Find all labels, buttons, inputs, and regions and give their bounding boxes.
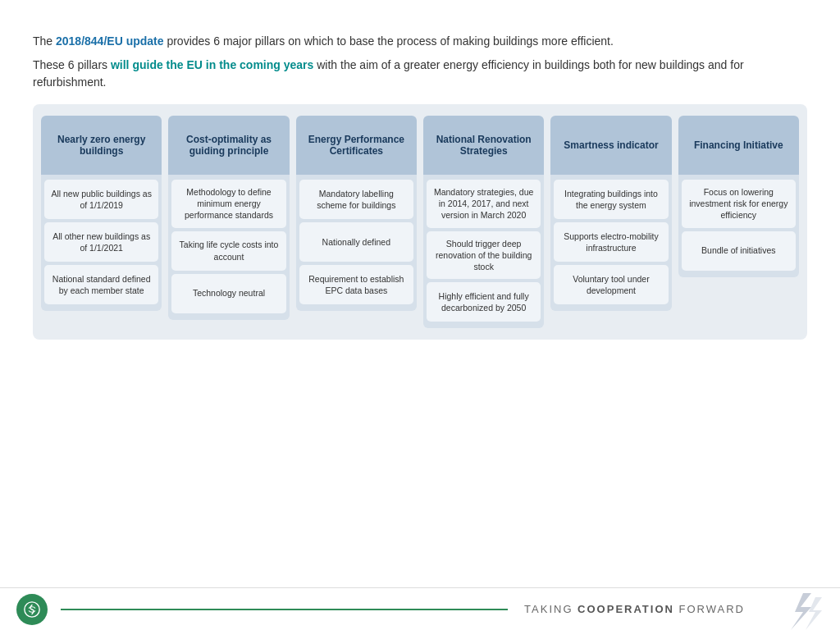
svg-marker-1 (791, 593, 811, 630)
pillar-items-1: Methodology to define minimum energy per… (168, 175, 289, 320)
pillar-header-1: Cost-optimality as guiding principle (168, 116, 289, 175)
pillar-header-2: Energy Performance Certificates (296, 116, 417, 175)
pillar-column-2: Energy Performance CertificatesMandatory… (296, 116, 417, 328)
pillar-items-4: Integrating buildings into the energy sy… (550, 175, 671, 311)
intro-line2-pre: These 6 pillars (33, 58, 111, 71)
tagline-post: FORWARD (674, 603, 745, 615)
footer-divider-line (61, 609, 508, 610)
pillar-header-3: National Renovation Strategies (423, 116, 544, 175)
pillar-item-3-2: Highly efficient and fully decarbonized … (427, 282, 541, 322)
footer: TAKING COOPERATION FORWARD (0, 587, 840, 630)
pillar-item-4-1: Supports electro-mobility infrastructure (554, 222, 668, 262)
pillar-item-2-1: Nationally defined (299, 222, 413, 262)
page-content: The 2018/844/EU update provides 6 major … (0, 0, 840, 340)
pillar-items-0: All new public buildings as of 1/1/2019A… (41, 175, 162, 311)
pillars-container: Nearly zero energy buildingsAll new publ… (33, 104, 807, 340)
pillar-item-1-2: Technology neutral (171, 274, 285, 313)
footer-tagline: TAKING COOPERATION FORWARD (524, 603, 745, 615)
intro-highlight-teal: will guide the EU in the coming years (111, 58, 313, 71)
pillar-header-5: Financing Initiative (678, 116, 799, 175)
pillar-item-0-0: All new public buildings as of 1/1/2019 (44, 180, 158, 219)
pillar-item-5-1: Bundle of initiatives (682, 231, 796, 271)
intro-line1-pre: The (33, 34, 56, 48)
pillar-column-3: National Renovation StrategiesMandatory … (423, 116, 544, 328)
pillar-item-1-1: Taking life cycle costs into account (171, 231, 285, 271)
pillar-column-1: Cost-optimality as guiding principleMeth… (168, 116, 289, 328)
pillar-header-0: Nearly zero energy buildings (41, 116, 162, 175)
pillar-item-1-0: Methodology to define minimum energy per… (171, 180, 285, 228)
pillar-item-2-0: Mandatory labelling scheme for buildings (299, 180, 413, 219)
footer-graphic (758, 589, 824, 630)
svg-marker-2 (806, 597, 822, 630)
tagline-bold: COOPERATION (578, 603, 674, 615)
pillar-header-4: Smartness indicator (550, 116, 671, 175)
pillar-item-2-2: Requirement to establish EPC data bases (299, 265, 413, 304)
intro-line1-post: provides 6 major pillars on which to bas… (164, 34, 614, 48)
pillar-items-3: Mandatory strategies, due in 2014, 2017,… (423, 175, 544, 328)
pillar-item-4-2: Voluntary tool under development (554, 265, 668, 304)
intro-highlight-blue: 2018/844/EU update (56, 34, 164, 48)
pillar-item-3-0: Mandatory strategies, due in 2014, 2017,… (427, 180, 541, 228)
pillar-item-0-2: National standard defined by each member… (44, 265, 158, 304)
tagline-pre: TAKING (524, 603, 578, 615)
pillar-item-0-1: All other new buildings as of 1/1/2021 (44, 222, 158, 262)
pillar-column-4: Smartness indicatorIntegrating buildings… (550, 116, 671, 328)
footer-logo (16, 594, 48, 625)
pillar-items-5: Focus on lowering investment risk for en… (678, 175, 799, 277)
intro-paragraph-1: The 2018/844/EU update provides 6 major … (33, 33, 807, 50)
pillar-item-3-1: Should trigger deep renovation of the bu… (427, 231, 541, 280)
pillar-item-4-0: Integrating buildings into the energy sy… (554, 180, 668, 219)
pillar-item-5-0: Focus on lowering investment risk for en… (682, 180, 796, 228)
intro-paragraph-2: These 6 pillars will guide the EU in the… (33, 57, 807, 91)
pillar-column-5: Financing InitiativeFocus on lowering in… (678, 116, 799, 328)
pillar-column-0: Nearly zero energy buildingsAll new publ… (41, 116, 162, 328)
pillar-items-2: Mandatory labelling scheme for buildings… (296, 175, 417, 311)
